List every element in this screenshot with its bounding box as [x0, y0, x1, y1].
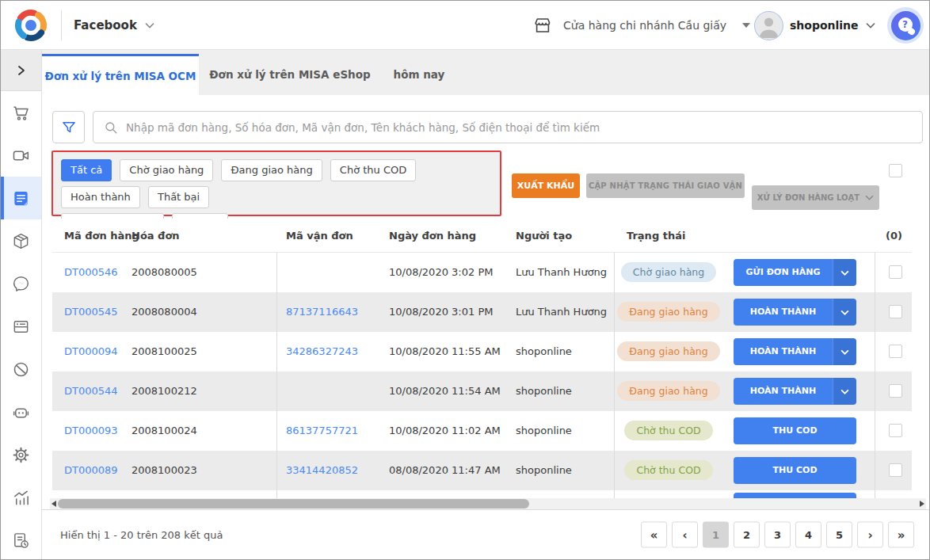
filter-chip-cho-giao-hang[interactable]: Chờ giao hàng [120, 159, 213, 181]
sidebar-item-orders[interactable] [1, 177, 41, 219]
chevron-down-icon[interactable] [833, 259, 856, 286]
search-input[interactable] [126, 121, 922, 134]
column-header-creator: Người tạo [516, 219, 572, 253]
row-checkbox[interactable] [889, 424, 902, 437]
order-code-link[interactable]: DT000546 [64, 253, 118, 292]
row-checkbox[interactable] [889, 384, 902, 398]
sidebar-item-chatbot[interactable] [1, 390, 41, 433]
order-date: 10/08/2020 11:02 AM [389, 411, 501, 451]
tracking-number-link[interactable]: 87137116643 [286, 292, 358, 332]
row-checkbox[interactable] [889, 265, 902, 279]
table-row: DT000545 2008080004 87137116643 10/08/20… [52, 292, 912, 332]
column-header-status: Trạng thái [627, 219, 685, 253]
sidebar-item-blocklist[interactable] [1, 348, 41, 390]
row-checkbox[interactable] [889, 305, 902, 318]
sidebar-collapse-button[interactable] [1, 50, 41, 91]
store-icon [533, 16, 552, 35]
filter-chip-that-bai[interactable]: Thất bại [148, 186, 209, 208]
action-button-label: THU COD [734, 457, 856, 484]
tab-misa-eshop[interactable]: Đơn xử lý trên MISA eShop [199, 54, 381, 95]
pagination-controls: « ‹ 1 2 3 4 5 › » [636, 522, 914, 548]
action-button-label: HOÀN THÀNH [734, 299, 833, 326]
action-button-label: HOÀN THÀNH [734, 338, 833, 365]
status-badge: Chờ thu COD [624, 421, 712, 440]
sidebar-item-messages[interactable] [1, 262, 41, 305]
action-button[interactable]: THU COD [734, 457, 856, 484]
sidebar [1, 50, 42, 559]
first-page-button[interactable]: « [641, 522, 667, 548]
page-button-4[interactable]: 4 [795, 522, 821, 548]
chatbot-icon [12, 403, 30, 421]
scroll-right-arrow-icon[interactable] [920, 501, 924, 507]
sidebar-item-settings[interactable] [1, 433, 41, 476]
page-button-3[interactable]: 3 [764, 522, 791, 548]
next-page-button[interactable]: › [857, 522, 883, 548]
table-row: DT000089 2008100023 33414420852 08/08/20… [52, 451, 912, 490]
status-badge: Chờ thu COD [624, 460, 712, 480]
order-code-link[interactable]: DT000094 [64, 332, 118, 371]
order-date: 10/08/2020 11:54 AM [389, 371, 501, 411]
filter-chip-dang-giao-hang[interactable]: Đang giao hàng [221, 159, 322, 181]
tab-misa-ocm[interactable]: Đơn xử lý trên MISA OCM [42, 54, 199, 95]
store-selector[interactable]: Cửa hàng chi nhánh Cầu giấy [533, 1, 750, 50]
update-shipping-status-button[interactable]: CẬP NHẬT TRẠNG THÁI GIAO VẬN [586, 173, 745, 198]
order-code-link[interactable]: DT000089 [64, 451, 118, 490]
sidebar-item-pos[interactable] [1, 305, 41, 348]
action-button[interactable]: THU COD [734, 417, 856, 444]
export-button[interactable]: XUẤT KHẨU [512, 173, 580, 198]
sidebar-item-cart[interactable] [1, 91, 41, 134]
page-button-5[interactable]: 5 [826, 522, 852, 548]
analytics-chart-icon [12, 489, 30, 507]
search-input-wrapper [93, 111, 923, 143]
chevron-down-icon[interactable] [833, 378, 856, 405]
bulk-process-button[interactable]: XỬ LÝ ĐƠN HÀNG LOẠT [752, 185, 879, 210]
scroll-left-arrow-icon[interactable] [51, 501, 56, 507]
filter-chip-all[interactable]: Tất cả [61, 159, 112, 181]
column-header-tracking: Mã vận đơn [286, 219, 353, 253]
sidebar-item-warehouse[interactable] [1, 219, 41, 262]
page-button-1[interactable]: 1 [703, 522, 729, 548]
filter-chip-hoan-thanh[interactable]: Hoàn thành [61, 186, 140, 208]
tab-today[interactable]: hôm nay [381, 54, 457, 95]
scrollbar-thumb[interactable] [58, 499, 529, 509]
table-row: DT000546 2008080005 10/08/2020 3:02 PM L… [52, 253, 912, 292]
help-chat-icon: ? [891, 11, 920, 40]
filter-button[interactable] [52, 111, 85, 143]
sidebar-item-reports[interactable] [1, 519, 41, 560]
horizontal-scrollbar[interactable] [50, 498, 926, 509]
order-code-link[interactable]: DT000545 [64, 292, 118, 332]
action-button[interactable]: HOÀN THÀNH [734, 378, 856, 405]
action-button[interactable]: GỬI ĐƠN HÀNG [734, 259, 856, 286]
block-icon [12, 360, 30, 379]
user-menu[interactable]: shoponline [755, 1, 875, 50]
pagination-bar: Hiển thị 1 - 20 trên 208 kết quả « ‹ 1 2… [42, 509, 929, 559]
help-button[interactable]: ? [887, 7, 924, 44]
action-button[interactable]: HOÀN THÀNH [734, 299, 856, 326]
tracking-number-link[interactable]: 86137757721 [286, 411, 358, 451]
action-button-partial[interactable] [734, 493, 856, 498]
prev-page-button[interactable]: ‹ [672, 522, 698, 548]
search-icon [104, 120, 118, 135]
select-all-checkbox[interactable] [889, 164, 902, 177]
page-button-2[interactable]: 2 [734, 522, 760, 548]
messenger-icon [12, 275, 30, 293]
sidebar-item-analytics[interactable] [1, 476, 41, 519]
channel-selector[interactable]: Facebook [74, 1, 154, 50]
row-checkbox[interactable] [889, 463, 902, 477]
last-page-button[interactable]: » [888, 522, 914, 548]
order-code-link[interactable]: DT000544 [64, 371, 118, 411]
column-divider [614, 253, 615, 498]
table-row: DT000093 2008100024 86137757721 10/08/20… [52, 411, 912, 451]
filter-chip-cho-thu-cod[interactable]: Chờ thu COD [330, 159, 416, 181]
order-code-link[interactable]: DT000093 [64, 411, 118, 451]
tracking-number-link[interactable]: 34286327243 [286, 332, 358, 371]
chevron-down-icon[interactable] [833, 299, 856, 326]
video-camera-icon [12, 147, 30, 165]
chevron-down-icon[interactable] [833, 338, 856, 365]
row-checkbox[interactable] [889, 345, 902, 358]
status-badge: Đang giao hàng [617, 381, 719, 401]
action-button[interactable]: HOÀN THÀNH [734, 338, 856, 365]
sidebar-item-livestream[interactable] [1, 134, 41, 177]
tracking-number-link[interactable]: 33414420852 [286, 451, 358, 490]
orders-document-icon [12, 189, 30, 208]
